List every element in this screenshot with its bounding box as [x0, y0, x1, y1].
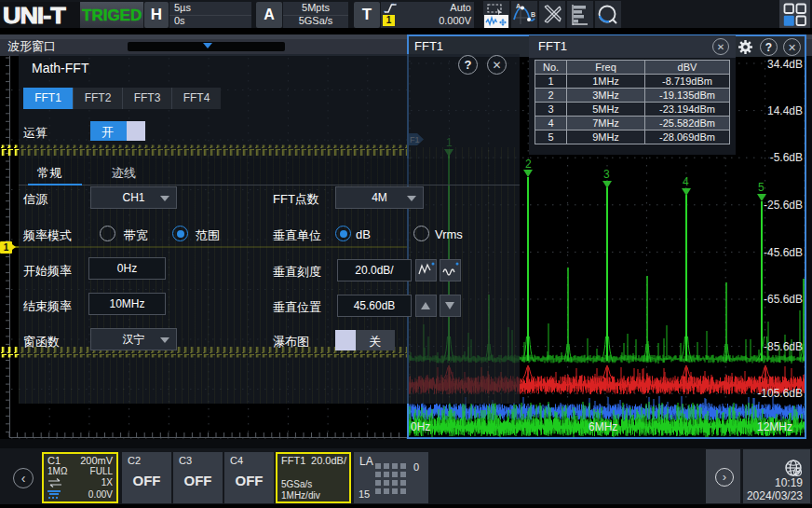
svg-text:5: 5	[758, 181, 765, 194]
svg-text:2: 2	[525, 158, 532, 171]
svg-text:4: 4	[683, 175, 689, 188]
svg-text:B: B	[531, 11, 535, 18]
svg-text:3: 3	[603, 168, 610, 181]
svg-text:A: A	[516, 3, 521, 9]
